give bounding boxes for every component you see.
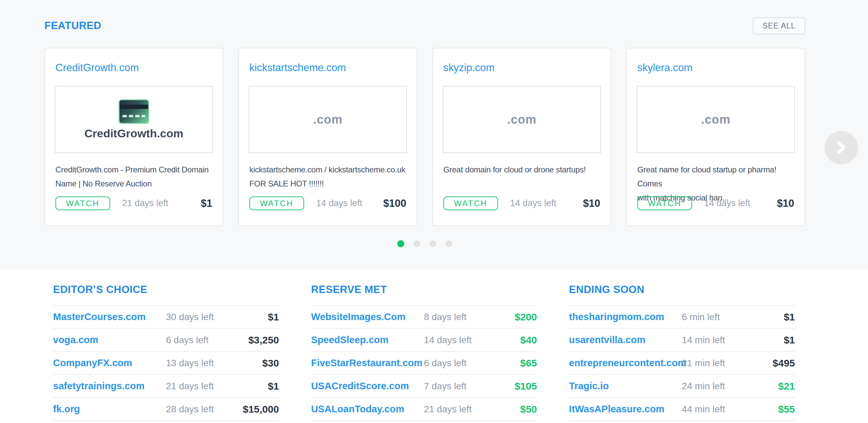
list-title: RESERVE MET xyxy=(311,283,537,297)
list-item: voga.com 6 days left $3,250 xyxy=(53,328,279,351)
watch-button[interactable]: WATCH xyxy=(55,196,110,210)
domain-list-column: EDITOR’S CHOICE MasterCourses.com 30 day… xyxy=(53,283,279,423)
current-bid-price: $200 xyxy=(515,311,537,323)
credit-card-icon xyxy=(119,99,149,124)
domain-link[interactable]: ItWasAPleasure.com xyxy=(569,404,664,415)
current-bid-price: $21 xyxy=(778,380,795,392)
time-left-label: 21 days left xyxy=(122,198,168,208)
carousel-pagination xyxy=(44,240,805,247)
domain-link[interactable]: WebsiteImages.Com xyxy=(311,311,406,322)
current-bid-price: $105 xyxy=(515,380,537,392)
domain-link[interactable]: skylera.com xyxy=(637,62,794,74)
current-bid-price: $495 xyxy=(773,358,795,369)
domain-link[interactable]: usarentvilla.com xyxy=(569,335,645,345)
current-bid-price: $10 xyxy=(583,197,600,209)
domain-link[interactable]: CompanyFX.com xyxy=(53,358,132,369)
carousel-dot[interactable] xyxy=(429,240,436,247)
list-rows: MasterCourses.com 30 days left $1 voga.c… xyxy=(53,305,279,421)
domain-link[interactable]: voga.com xyxy=(53,335,98,345)
tld-placeholder: .com xyxy=(701,113,731,126)
list-item: Tragic.io 24 min left $21 xyxy=(569,374,795,397)
current-bid-price: $1 xyxy=(268,311,279,323)
current-bid-price: $55 xyxy=(778,404,795,415)
time-left-label: 14 min left xyxy=(682,335,725,345)
card-thumbnail[interactable]: .com xyxy=(443,86,601,153)
creditgrowth-logo: CreditGrowth.com xyxy=(85,99,184,140)
credit-card-stripe xyxy=(120,105,148,109)
domain-card: skylera.com .com Great name for cloud st… xyxy=(626,48,805,226)
domain-link[interactable]: Tragic.io xyxy=(569,380,609,392)
card-footer: WATCH 14 days left $10 xyxy=(443,196,600,210)
current-bid-price: $65 xyxy=(520,358,537,369)
time-left-label: 21 min left xyxy=(682,358,725,369)
card-thumbnail[interactable]: .com xyxy=(637,86,795,153)
credit-card-number-line xyxy=(123,115,145,117)
logo-text: CreditGrowth.com xyxy=(85,127,184,140)
carousel-dot[interactable] xyxy=(413,240,420,247)
list-item: CompanyFX.com 13 days left $30 xyxy=(53,351,279,374)
domain-link[interactable]: fk.org xyxy=(53,404,80,415)
time-left-label: 6 days left xyxy=(166,335,209,345)
list-item: USACreditScore.com 7 days left $105 xyxy=(311,374,537,397)
chevron-right-icon xyxy=(834,140,849,155)
domain-link[interactable]: CreditGrowth.com xyxy=(55,62,212,74)
time-left-label: 24 min left xyxy=(682,381,725,392)
domain-link[interactable]: MasterCourses.com xyxy=(53,311,146,322)
domain-list-column: ENDING SOON thesharingmom.com 6 min left… xyxy=(569,283,795,423)
list-item: ItWasAPleasure.com 44 min left $55 xyxy=(569,397,795,420)
time-left-label: 7 days left xyxy=(424,381,467,392)
time-left-label: 44 min left xyxy=(682,404,725,415)
time-left-label: 21 days left xyxy=(166,381,214,392)
time-left-label: 14 days left xyxy=(510,198,556,208)
card-thumbnail[interactable]: CreditGrowth.com xyxy=(55,86,213,153)
time-left-label: 21 days left xyxy=(424,404,472,415)
card-thumbnail[interactable]: .com xyxy=(249,86,407,153)
current-bid-price: $1 xyxy=(201,197,212,209)
card-description: Great domain for cloud or drone startups… xyxy=(443,163,600,177)
carousel-dot[interactable] xyxy=(397,240,404,247)
featured-section: FEATURED SEE ALL CreditGrowth.com Credit… xyxy=(0,0,868,269)
time-left-label: 14 days left xyxy=(316,198,362,208)
domain-link[interactable]: SpeedSleep.com xyxy=(311,335,389,345)
domain-card: CreditGrowth.com CreditGrowth.com Credit… xyxy=(44,48,223,226)
domain-list-column: RESERVE MET WebsiteImages.Com 8 days lef… xyxy=(311,283,537,423)
current-bid-price: $1 xyxy=(268,380,279,392)
list-rows: thesharingmom.com 6 min left $1 usarentv… xyxy=(569,305,795,421)
domain-link[interactable]: thesharingmom.com xyxy=(569,311,664,322)
domain-link[interactable]: USALoanToday.com xyxy=(311,404,404,415)
watch-button[interactable]: WATCH xyxy=(443,196,498,210)
card-footer: WATCH 14 days left $10 xyxy=(637,196,794,210)
see-all-button[interactable]: SEE ALL xyxy=(753,18,805,34)
domain-link[interactable]: skyzip.com xyxy=(443,62,600,74)
current-bid-price: $10 xyxy=(777,197,794,209)
domain-link[interactable]: FiveStarRestaurant.com xyxy=(311,358,423,369)
current-bid-price: $40 xyxy=(520,335,537,346)
time-left-label: 8 days left xyxy=(424,312,467,322)
current-bid-price: $3,250 xyxy=(248,335,279,346)
time-left-label: 14 days left xyxy=(424,335,472,345)
watch-button[interactable]: WATCH xyxy=(637,196,692,210)
current-bid-price: $30 xyxy=(262,358,279,369)
domain-card: kickstartscheme.com .com kickstartscheme… xyxy=(238,48,417,226)
time-left-label: 28 days left xyxy=(166,404,214,415)
current-bid-price: $100 xyxy=(383,197,406,209)
domain-link[interactable]: entrepreneurcontent.com xyxy=(569,358,686,369)
carousel-dot[interactable] xyxy=(445,240,452,247)
time-left-label: 14 days left xyxy=(704,198,750,208)
list-item: USALoanToday.com 21 days left $50 xyxy=(311,397,537,420)
featured-header: FEATURED SEE ALL xyxy=(44,0,805,36)
domain-link[interactable]: safetytrainings.com xyxy=(53,380,145,392)
list-title: ENDING SOON xyxy=(569,283,795,297)
card-footer: WATCH 21 days left $1 xyxy=(55,196,212,210)
list-item: safetytrainings.com 21 days left $1 xyxy=(53,374,279,397)
list-item: SpeedSleep.com 14 days left $40 xyxy=(311,328,537,351)
watch-button[interactable]: WATCH xyxy=(249,196,304,210)
featured-section-title: FEATURED xyxy=(44,20,101,32)
carousel-next-button[interactable] xyxy=(825,131,858,164)
list-item: usarentvilla.com 14 min left $1 xyxy=(569,328,795,351)
list-item: fk.org 28 days left $15,000 xyxy=(53,397,279,420)
featured-cards-carousel: CreditGrowth.com CreditGrowth.com Credit… xyxy=(44,48,805,226)
domain-link[interactable]: USACreditScore.com xyxy=(311,380,409,392)
domain-link[interactable]: kickstartscheme.com xyxy=(249,62,406,74)
card-description: CreditGrowth.com - Premium Credit Domain… xyxy=(55,163,212,191)
